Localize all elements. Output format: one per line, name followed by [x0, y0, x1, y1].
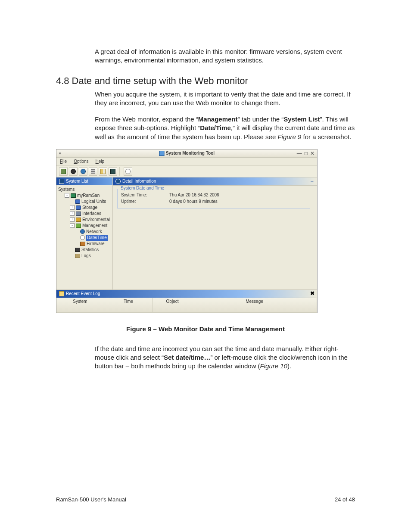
close-button[interactable]: ✕ [310, 150, 314, 156]
tree-node-myramsan[interactable]: -myRamSan [58, 193, 111, 199]
text: ). [287, 362, 291, 370]
tree-node-logs[interactable]: Logs [58, 253, 111, 259]
toolbar-button-1[interactable] [59, 167, 68, 176]
menu-bar: File Options Help [56, 158, 317, 166]
column-object[interactable]: Object [153, 298, 192, 313]
text: for a screenshot. [301, 133, 351, 140]
network-icon [80, 229, 85, 234]
menu-help[interactable]: Help [96, 159, 105, 164]
uptime-value: 0 days 0 hours 9 minutes [169, 198, 218, 205]
sidebar-title: System List [66, 179, 88, 184]
detail-header[interactable]: Detail Information → [113, 177, 317, 186]
app-icon [159, 151, 164, 156]
section-heading: 4.8Date and time setup with the Web moni… [56, 75, 355, 87]
figure-caption: Figure 9 – Web Monitor Date and Time Man… [56, 325, 355, 333]
tree-node-environmental[interactable]: +Environmental [58, 217, 111, 223]
event-log-header[interactable]: Recent Event Log ✖ [56, 289, 317, 298]
storage-icon [76, 205, 81, 210]
refresh-icon [71, 169, 76, 174]
detail-title: Detail Information [122, 179, 156, 184]
system-monitoring-window: ▾ System Monitoring Tool — □ ✕ File Opti… [56, 149, 318, 313]
footer-manual-title: RamSan-500 User's Manual [56, 496, 126, 503]
document-page: A great deal of information is available… [0, 0, 411, 532]
clock-icon [80, 235, 85, 240]
list-icon [59, 179, 64, 184]
column-system[interactable]: System [56, 298, 104, 313]
toolbar-button-2[interactable] [69, 167, 78, 176]
window-title: System Monitoring Tool [166, 151, 215, 156]
globe-icon [81, 169, 86, 174]
logs-icon [75, 254, 80, 258]
italic-figure-ref: Figure 9 [277, 133, 301, 140]
toolbar [56, 166, 317, 177]
detail-panel: System Date and Time System Time: Thu Ap… [113, 186, 317, 289]
window-titlebar[interactable]: ▾ System Monitoring Tool — □ ✕ [56, 149, 317, 158]
sidebar: System List Systems -myRamSan Logical Un… [56, 177, 113, 289]
tree-node-firmware[interactable]: Firmware [58, 241, 111, 247]
management-icon [76, 224, 81, 228]
tree-node-management[interactable]: -Management [58, 223, 111, 229]
tree-root-systems[interactable]: Systems [58, 187, 111, 193]
server-icon [71, 193, 76, 198]
section-title: Date and time setup with the Web monitor [72, 75, 248, 86]
maximize-button[interactable]: □ [305, 150, 308, 156]
text: ” tab under the “ [238, 115, 284, 123]
group-legend: System Date and Time [119, 186, 165, 190]
toolbar-button-3[interactable] [79, 167, 87, 176]
clock-wrench-icon [125, 169, 131, 174]
toolbar-separator [119, 167, 121, 176]
monitor-icon [110, 169, 115, 174]
split-icon [100, 169, 106, 174]
interfaces-icon [76, 212, 81, 216]
titlebar-menu-icon[interactable]: ▾ [59, 151, 61, 156]
info-icon [115, 179, 121, 184]
date-time-group: System Date and Time System Time: Thu Ap… [117, 189, 310, 208]
toolbar-button-6[interactable] [109, 167, 117, 176]
column-time[interactable]: Time [104, 298, 153, 313]
toolbar-button-5[interactable] [99, 167, 107, 176]
page-footer: RamSan-500 User's Manual 24 of 48 [56, 496, 355, 503]
grid-icon [91, 169, 95, 174]
system-tree[interactable]: Systems -myRamSan Logical Units +Storage… [56, 185, 112, 289]
trash-icon [61, 169, 66, 174]
tree-node-interfaces[interactable]: +Interfaces [58, 211, 111, 217]
toolbar-clock-wrench-button[interactable] [124, 167, 132, 176]
system-time-value: Thu Apr 20 16:34:32 2006 [169, 192, 219, 198]
environmental-icon [76, 218, 81, 222]
bold-management: Management [198, 115, 238, 123]
event-log-icon [59, 291, 64, 296]
footer-page-number: 24 of 48 [335, 496, 355, 503]
tree-node-network[interactable]: Network [58, 229, 111, 235]
firmware-icon [80, 242, 85, 246]
event-log-table: System Time Object Message [56, 298, 317, 313]
tree-node-datetime[interactable]: Date/Time [58, 235, 111, 241]
system-time-label: System Time: [121, 192, 158, 198]
event-log-close-icon[interactable]: ✖ [310, 290, 314, 296]
minimize-button[interactable]: — [297, 150, 302, 156]
toolbar-button-4[interactable] [89, 167, 97, 176]
paragraph-3: If the date and time are incorrect you c… [56, 345, 355, 371]
bold-date-time: Date/Time [200, 124, 230, 131]
italic-figure-ref-10: Figure 10 [260, 362, 287, 370]
statistics-icon [75, 248, 80, 252]
paragraph-2: From the Web monitor, expand the “Manage… [56, 115, 355, 141]
bold-system-list: System List [283, 115, 320, 123]
menu-options[interactable]: Options [74, 159, 88, 164]
menu-file[interactable]: File [60, 159, 67, 164]
tree-node-statistics[interactable]: Statistics [58, 247, 111, 253]
tree-node-storage[interactable]: +Storage [58, 205, 111, 211]
paragraph-1: When you acquire the system, it is impor… [56, 90, 355, 108]
column-message[interactable]: Message [192, 298, 317, 313]
sidebar-header[interactable]: System List [56, 177, 112, 185]
section-number: 4.8 [56, 75, 69, 86]
uptime-label: Uptime: [121, 198, 158, 205]
disk-icon [75, 199, 80, 204]
detach-arrow-icon[interactable]: → [310, 179, 314, 184]
main-panel: Detail Information → System Date and Tim… [113, 177, 317, 289]
event-log-title: Recent Event Log [66, 291, 100, 296]
text: From the Web monitor, expand the “ [95, 115, 198, 123]
tree-node-logical-units[interactable]: Logical Units [58, 199, 111, 205]
intro-paragraph: A great deal of information is available… [56, 47, 355, 65]
bold-set-datetime: Set date/time… [164, 354, 210, 361]
